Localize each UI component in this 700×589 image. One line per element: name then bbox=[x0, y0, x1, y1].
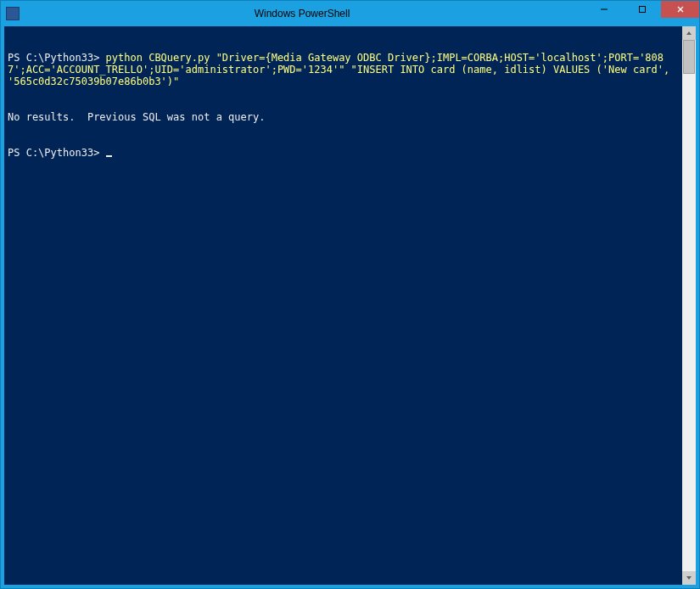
minimize-button[interactable] bbox=[585, 1, 623, 18]
output-line: No results. Previous SQL was not a query… bbox=[8, 111, 677, 123]
scroll-track[interactable] bbox=[682, 40, 696, 571]
command-text: python CBQuery.py "Driver={Media Gateway… bbox=[8, 52, 676, 87]
maximize-button[interactable] bbox=[623, 1, 661, 18]
scroll-up-arrow-icon[interactable] bbox=[682, 26, 696, 40]
app-window: Windows PowerShell PS C:\Python33> pytho… bbox=[0, 0, 700, 589]
console-content: PS C:\Python33> python CBQuery.py "Drive… bbox=[8, 28, 692, 182]
titlebar-left bbox=[6, 7, 20, 20]
prompt-text: PS C:\Python33> bbox=[8, 147, 106, 159]
powershell-icon bbox=[6, 7, 20, 20]
svg-marker-4 bbox=[686, 31, 692, 35]
console-line: PS C:\Python33> python CBQuery.py "Drive… bbox=[8, 52, 677, 87]
svg-rect-1 bbox=[639, 7, 645, 13]
vertical-scrollbar[interactable] bbox=[682, 26, 696, 585]
console-area[interactable]: PS C:\Python33> python CBQuery.py "Drive… bbox=[4, 26, 696, 585]
titlebar-controls bbox=[585, 1, 699, 26]
window-client-area: PS C:\Python33> python CBQuery.py "Drive… bbox=[4, 26, 696, 585]
svg-marker-5 bbox=[686, 576, 692, 580]
cursor-icon bbox=[106, 155, 112, 157]
console-line: PS C:\Python33> bbox=[8, 147, 677, 159]
titlebar[interactable]: Windows PowerShell bbox=[1, 1, 699, 26]
scroll-thumb[interactable] bbox=[683, 40, 695, 74]
close-button[interactable] bbox=[661, 1, 699, 18]
prompt-text: PS C:\Python33> bbox=[8, 52, 106, 64]
window-title: Windows PowerShell bbox=[20, 8, 585, 20]
scroll-down-arrow-icon[interactable] bbox=[682, 571, 696, 585]
